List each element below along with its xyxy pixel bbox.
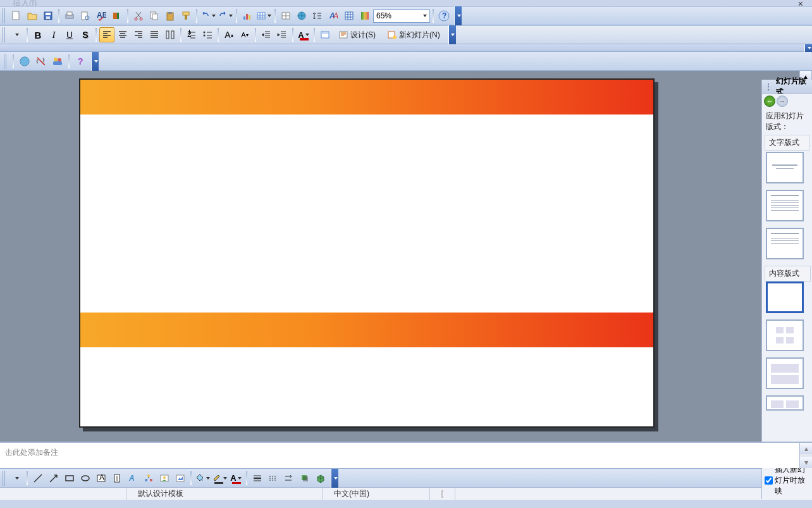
spellcheck-icon[interactable]: ABC	[94, 8, 109, 23]
line-color-icon[interactable]	[211, 471, 228, 486]
layout-blank[interactable]	[766, 282, 804, 313]
layout-two-col[interactable]	[766, 228, 804, 259]
taskpane-title: ⋮幻灯片版式	[762, 80, 812, 94]
picture-icon[interactable]	[173, 471, 188, 486]
table-icon[interactable]	[255, 8, 272, 23]
svg-point-34	[204, 32, 206, 34]
link-break-icon[interactable]	[34, 54, 49, 69]
align-right-icon[interactable]	[131, 27, 146, 42]
align-center-icon[interactable]	[115, 27, 130, 42]
layout-content-3[interactable]	[766, 395, 804, 411]
increase-font-icon[interactable]: A▴	[221, 27, 237, 42]
format-painter-icon[interactable]	[178, 8, 194, 23]
italic-icon[interactable]: I	[46, 27, 61, 42]
paste-icon[interactable]	[163, 8, 178, 23]
main-area: ▴ ▾ ⮝ ⮟	[0, 71, 812, 442]
notes-pane[interactable]: 击此处添加备注 ▴ ▾	[0, 442, 812, 468]
toolbar-options[interactable]	[454, 6, 462, 25]
apply-layout-label: 应用幻灯片版式：	[762, 108, 812, 135]
font-dropdown[interactable]	[9, 27, 24, 42]
arrow-style-icon[interactable]	[281, 471, 297, 486]
fill-color-icon[interactable]	[194, 471, 211, 486]
chart-icon[interactable]	[240, 8, 255, 23]
draw-menu[interactable]	[9, 471, 24, 486]
diagram-icon[interactable]	[141, 471, 156, 486]
columns-icon[interactable]	[163, 27, 178, 42]
back-icon[interactable]: ←	[764, 96, 775, 107]
scroll-up-icon[interactable]: ▴	[800, 443, 812, 454]
line-style-icon[interactable]	[250, 471, 265, 486]
underline-icon[interactable]: U	[62, 27, 77, 42]
line-spacing-icon[interactable]	[310, 8, 325, 23]
ball-icon[interactable]	[17, 54, 32, 69]
toolbar-options[interactable]	[91, 52, 99, 71]
people-icon[interactable]	[50, 54, 65, 69]
3d-style-icon[interactable]	[313, 471, 328, 486]
wordart-icon[interactable]: A	[125, 471, 140, 486]
numbered-list-icon[interactable]: 12	[184, 27, 199, 42]
copy-icon[interactable]	[147, 8, 162, 23]
redo-icon[interactable]	[217, 8, 233, 23]
align-left-icon[interactable]	[99, 27, 114, 42]
toolbar-grip[interactable]	[3, 8, 6, 23]
rectangle-icon[interactable]	[62, 471, 77, 486]
help-icon[interactable]: ?	[436, 8, 452, 23]
help-small-icon[interactable]: ?	[73, 54, 88, 69]
font-color-icon[interactable]: A	[296, 27, 311, 42]
svg-point-44	[54, 58, 58, 61]
decrease-indent-icon[interactable]	[259, 27, 274, 42]
line-icon[interactable]	[30, 471, 46, 486]
save-icon[interactable]	[40, 8, 56, 23]
zoom-combobox[interactable]: 65%	[373, 9, 430, 23]
toolbar-grip[interactable]	[3, 27, 6, 42]
font-color-draw-icon[interactable]: A	[228, 471, 243, 486]
print-icon[interactable]	[62, 8, 77, 23]
toolbar-grip[interactable]	[4, 54, 8, 69]
clipart-icon[interactable]	[157, 471, 172, 486]
undo-icon[interactable]	[200, 8, 216, 23]
research-icon[interactable]	[109, 8, 125, 23]
toolbar-options[interactable]	[331, 469, 338, 488]
cut-icon[interactable]	[131, 8, 146, 23]
design-button[interactable]: 设计(S)	[333, 27, 381, 42]
decrease-font-icon[interactable]: A▾	[237, 27, 252, 42]
new-slide-button[interactable]: 新幻灯片(N)	[382, 27, 446, 42]
distribute-icon[interactable]	[147, 27, 162, 42]
notes-scrollbar[interactable]: ▴ ▾	[799, 443, 812, 468]
status-spell-icon[interactable]	[430, 488, 455, 500]
hyperlink-icon[interactable]	[294, 8, 309, 23]
textbox-icon[interactable]: A	[94, 471, 109, 486]
oval-icon[interactable]	[78, 471, 93, 486]
layout-content-2[interactable]	[766, 357, 804, 389]
bold-icon[interactable]: B	[30, 27, 46, 42]
status-language: 中文(中国)	[323, 488, 430, 500]
menu-insert[interactable]: 插入(I)	[13, 0, 37, 6]
bullet-list-icon[interactable]	[200, 27, 215, 42]
grid-icon[interactable]	[341, 8, 357, 23]
show-formatting-icon[interactable]: AA	[326, 8, 341, 23]
dash-style-icon[interactable]	[266, 471, 281, 486]
svg-point-48	[82, 476, 89, 481]
arrow-icon[interactable]	[46, 471, 61, 486]
vertical-textbox-icon[interactable]	[109, 471, 125, 486]
toolbar-options[interactable]	[804, 44, 812, 52]
layout-content[interactable]	[766, 319, 804, 351]
toolbar-options[interactable]	[448, 25, 456, 44]
scroll-down-icon[interactable]: ▾	[800, 457, 812, 468]
shadow-style-icon[interactable]	[297, 471, 312, 486]
forward-icon[interactable]: →	[777, 96, 788, 107]
tables-borders-icon[interactable]	[278, 8, 293, 23]
slide-layout-icon[interactable]	[317, 27, 333, 42]
increase-indent-icon[interactable]	[274, 27, 290, 42]
color-icon[interactable]	[357, 8, 372, 23]
toolbar-grip[interactable]	[3, 471, 6, 486]
slide-canvas[interactable]	[0, 71, 799, 442]
insert-new-checkbox[interactable]	[765, 476, 773, 485]
new-icon[interactable]	[9, 8, 24, 23]
layout-title-bullets[interactable]	[766, 190, 804, 221]
shadow-icon[interactable]: S	[78, 27, 93, 42]
print-preview-icon[interactable]	[78, 8, 93, 23]
slide[interactable]	[79, 78, 655, 428]
layout-title[interactable]	[766, 152, 804, 183]
open-icon[interactable]	[25, 8, 40, 23]
